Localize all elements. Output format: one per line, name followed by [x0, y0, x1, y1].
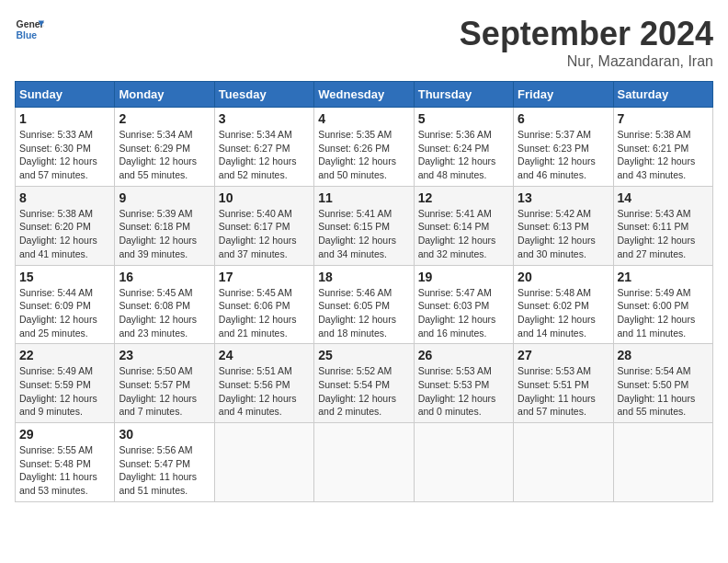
- day-number: 10: [219, 190, 310, 205]
- day-detail: Sunrise: 5:54 AMSunset: 5:50 PMDaylight:…: [618, 365, 696, 417]
- table-row: 19 Sunrise: 5:47 AMSunset: 6:03 PMDaylig…: [414, 265, 513, 344]
- day-number: 27: [518, 348, 609, 362]
- day-detail: Sunrise: 5:52 AMSunset: 5:54 PMDaylight:…: [318, 365, 396, 417]
- day-detail: Sunrise: 5:40 AMSunset: 6:17 PMDaylight:…: [219, 208, 297, 259]
- day-detail: Sunrise: 5:38 AMSunset: 6:20 PMDaylight:…: [19, 208, 97, 259]
- table-row: [214, 423, 313, 502]
- day-detail: Sunrise: 5:33 AMSunset: 6:30 PMDaylight:…: [19, 129, 97, 180]
- table-row: 6 Sunrise: 5:37 AMSunset: 6:23 PMDayligh…: [514, 108, 613, 187]
- day-number: 22: [19, 348, 110, 362]
- table-row: 14 Sunrise: 5:43 AMSunset: 6:11 PMDaylig…: [613, 186, 712, 265]
- table-row: 1 Sunrise: 5:33 AMSunset: 6:30 PMDayligh…: [16, 108, 115, 187]
- table-row: 2 Sunrise: 5:34 AMSunset: 6:29 PMDayligh…: [115, 108, 214, 187]
- table-row: 30 Sunrise: 5:56 AMSunset: 5:47 PMDaylig…: [115, 423, 214, 502]
- day-detail: Sunrise: 5:34 AMSunset: 6:29 PMDaylight:…: [119, 129, 197, 180]
- table-row: [613, 423, 712, 502]
- location-subtitle: Nur, Mazandaran, Iran: [460, 53, 713, 70]
- day-detail: Sunrise: 5:35 AMSunset: 6:26 PMDaylight:…: [318, 129, 396, 180]
- table-row: 18 Sunrise: 5:46 AMSunset: 6:05 PMDaylig…: [314, 265, 414, 344]
- calendar-week-row: 29 Sunrise: 5:55 AMSunset: 5:48 PMDaylig…: [16, 423, 713, 502]
- day-detail: Sunrise: 5:38 AMSunset: 6:21 PMDaylight:…: [618, 129, 696, 180]
- day-number: 1: [19, 111, 110, 126]
- logo: General Blue: [15, 15, 44, 44]
- day-detail: Sunrise: 5:51 AMSunset: 5:56 PMDaylight:…: [219, 365, 297, 417]
- day-number: 29: [19, 427, 110, 442]
- table-row: 20 Sunrise: 5:48 AMSunset: 6:02 PMDaylig…: [514, 265, 613, 344]
- col-tuesday: Tuesday: [214, 82, 313, 108]
- col-wednesday: Wednesday: [314, 82, 414, 108]
- table-row: 22 Sunrise: 5:49 AMSunset: 5:59 PMDaylig…: [16, 344, 115, 423]
- table-row: 9 Sunrise: 5:39 AMSunset: 6:18 PMDayligh…: [115, 186, 214, 265]
- table-row: 4 Sunrise: 5:35 AMSunset: 6:26 PMDayligh…: [314, 108, 414, 187]
- day-detail: Sunrise: 5:37 AMSunset: 6:23 PMDaylight:…: [518, 129, 596, 180]
- table-row: 29 Sunrise: 5:55 AMSunset: 5:48 PMDaylig…: [16, 423, 115, 502]
- title-block: September 2024 Nur, Mazandaran, Iran: [460, 15, 713, 70]
- day-detail: Sunrise: 5:42 AMSunset: 6:13 PMDaylight:…: [518, 208, 596, 259]
- table-row: 26 Sunrise: 5:53 AMSunset: 5:53 PMDaylig…: [414, 344, 513, 423]
- day-detail: Sunrise: 5:45 AMSunset: 6:06 PMDaylight:…: [219, 287, 297, 339]
- header-row: Sunday Monday Tuesday Wednesday Thursday…: [16, 82, 713, 108]
- day-detail: Sunrise: 5:46 AMSunset: 6:05 PMDaylight:…: [318, 287, 396, 339]
- day-detail: Sunrise: 5:50 AMSunset: 5:57 PMDaylight:…: [119, 365, 197, 417]
- day-detail: Sunrise: 5:43 AMSunset: 6:11 PMDaylight:…: [618, 208, 696, 259]
- col-saturday: Saturday: [613, 82, 712, 108]
- day-number: 19: [418, 270, 509, 284]
- day-number: 26: [418, 348, 509, 362]
- day-detail: Sunrise: 5:45 AMSunset: 6:08 PMDaylight:…: [119, 287, 197, 339]
- col-thursday: Thursday: [414, 82, 513, 108]
- calendar-week-row: 1 Sunrise: 5:33 AMSunset: 6:30 PMDayligh…: [16, 108, 713, 187]
- table-row: 10 Sunrise: 5:40 AMSunset: 6:17 PMDaylig…: [214, 186, 313, 265]
- table-row: 12 Sunrise: 5:41 AMSunset: 6:14 PMDaylig…: [414, 186, 513, 265]
- day-detail: Sunrise: 5:53 AMSunset: 5:51 PMDaylight:…: [518, 365, 596, 417]
- day-number: 24: [219, 348, 310, 362]
- day-number: 21: [618, 270, 709, 284]
- day-detail: Sunrise: 5:53 AMSunset: 5:53 PMDaylight:…: [418, 365, 496, 417]
- table-row: 28 Sunrise: 5:54 AMSunset: 5:50 PMDaylig…: [613, 344, 712, 423]
- day-detail: Sunrise: 5:56 AMSunset: 5:47 PMDaylight:…: [119, 444, 197, 496]
- table-row: 8 Sunrise: 5:38 AMSunset: 6:20 PMDayligh…: [16, 186, 115, 265]
- day-number: 3: [219, 111, 310, 126]
- day-detail: Sunrise: 5:34 AMSunset: 6:27 PMDaylight:…: [219, 129, 297, 180]
- day-number: 8: [19, 190, 110, 205]
- col-monday: Monday: [115, 82, 214, 108]
- day-detail: Sunrise: 5:36 AMSunset: 6:24 PMDaylight:…: [418, 129, 496, 180]
- day-number: 17: [219, 270, 310, 284]
- svg-text:Blue: Blue: [17, 30, 38, 40]
- table-row: 13 Sunrise: 5:42 AMSunset: 6:13 PMDaylig…: [514, 186, 613, 265]
- day-number: 11: [318, 190, 409, 205]
- table-row: 21 Sunrise: 5:49 AMSunset: 6:00 PMDaylig…: [613, 265, 712, 344]
- day-number: 23: [119, 348, 210, 362]
- day-number: 25: [318, 348, 409, 362]
- day-number: 7: [618, 111, 709, 126]
- day-number: 16: [119, 270, 210, 284]
- calendar-week-row: 22 Sunrise: 5:49 AMSunset: 5:59 PMDaylig…: [16, 344, 713, 423]
- table-row: 7 Sunrise: 5:38 AMSunset: 6:21 PMDayligh…: [613, 108, 712, 187]
- day-number: 28: [618, 348, 709, 362]
- table-row: 24 Sunrise: 5:51 AMSunset: 5:56 PMDaylig…: [214, 344, 313, 423]
- day-number: 15: [19, 270, 110, 284]
- table-row: [414, 423, 513, 502]
- day-number: 5: [418, 111, 509, 126]
- table-row: 5 Sunrise: 5:36 AMSunset: 6:24 PMDayligh…: [414, 108, 513, 187]
- logo-icon: General Blue: [15, 15, 44, 44]
- day-number: 13: [518, 190, 609, 205]
- day-detail: Sunrise: 5:49 AMSunset: 6:00 PMDaylight:…: [618, 287, 696, 339]
- table-row: 15 Sunrise: 5:44 AMSunset: 6:09 PMDaylig…: [16, 265, 115, 344]
- calendar-week-row: 15 Sunrise: 5:44 AMSunset: 6:09 PMDaylig…: [16, 265, 713, 344]
- table-row: 17 Sunrise: 5:45 AMSunset: 6:06 PMDaylig…: [214, 265, 313, 344]
- day-number: 4: [318, 111, 409, 126]
- day-number: 14: [618, 190, 709, 205]
- calendar-table: Sunday Monday Tuesday Wednesday Thursday…: [15, 81, 713, 502]
- table-row: 23 Sunrise: 5:50 AMSunset: 5:57 PMDaylig…: [115, 344, 214, 423]
- table-row: [314, 423, 414, 502]
- page-header: General Blue September 2024 Nur, Mazanda…: [15, 15, 713, 70]
- col-sunday: Sunday: [16, 82, 115, 108]
- day-number: 18: [318, 270, 409, 284]
- month-title: September 2024: [460, 15, 713, 53]
- calendar-week-row: 8 Sunrise: 5:38 AMSunset: 6:20 PMDayligh…: [16, 186, 713, 265]
- day-detail: Sunrise: 5:39 AMSunset: 6:18 PMDaylight:…: [119, 208, 197, 259]
- day-number: 20: [518, 270, 609, 284]
- day-number: 9: [119, 190, 210, 205]
- day-detail: Sunrise: 5:41 AMSunset: 6:14 PMDaylight:…: [418, 208, 496, 259]
- day-detail: Sunrise: 5:49 AMSunset: 5:59 PMDaylight:…: [19, 365, 97, 417]
